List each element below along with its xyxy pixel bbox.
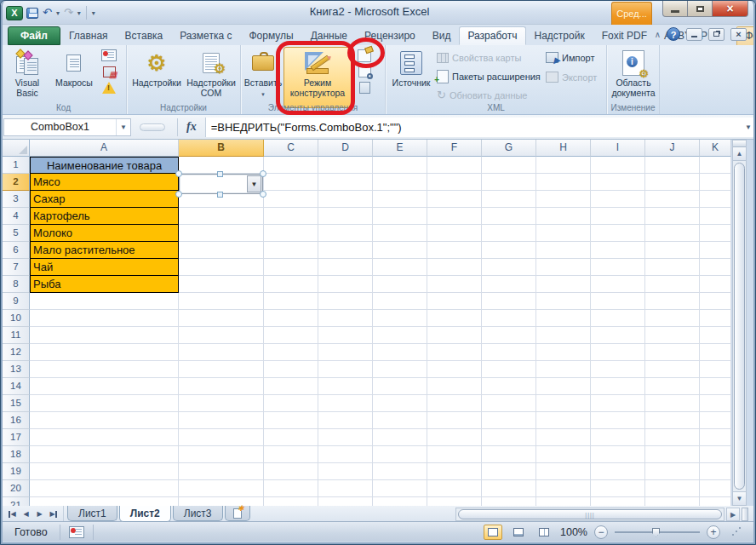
cell-I1[interactable] (591, 157, 645, 174)
cell-K8[interactable] (700, 276, 731, 293)
zoom-level-label[interactable]: 100% (560, 526, 587, 538)
column-header-E[interactable]: E (373, 140, 427, 157)
close-button[interactable]: × (713, 1, 748, 17)
cell-F17[interactable] (427, 429, 482, 446)
cell-F21[interactable] (427, 497, 482, 506)
cell-E21[interactable] (373, 497, 427, 506)
cell-G1[interactable] (482, 157, 536, 174)
sheet-tab-1[interactable]: Лист2 (119, 506, 171, 522)
cell-E19[interactable] (373, 463, 427, 480)
insert-worksheet-button[interactable]: ✱ (225, 506, 250, 521)
ribbon-tab-1[interactable]: Главная (60, 26, 117, 45)
cell-H4[interactable] (536, 208, 591, 225)
column-header-D[interactable]: D (318, 140, 373, 157)
cell-J16[interactable] (645, 412, 700, 429)
import-button[interactable]: ▶ Импорт (546, 49, 597, 66)
cell-J6[interactable] (645, 242, 700, 259)
cell-C19[interactable] (264, 463, 318, 480)
cell-B19[interactable] (179, 463, 264, 480)
scroll-down-icon[interactable]: ▼ (733, 491, 746, 505)
cell-J14[interactable] (645, 378, 700, 395)
cell-D16[interactable] (318, 412, 373, 429)
row-header-12[interactable]: 12 (3, 344, 30, 361)
cell-H19[interactable] (536, 463, 591, 480)
cell-K5[interactable] (700, 225, 731, 242)
cell-E9[interactable] (373, 293, 427, 310)
page-layout-view-button[interactable] (509, 525, 528, 540)
cell-C5[interactable] (264, 225, 318, 242)
cell-I10[interactable] (591, 310, 645, 327)
cell-I16[interactable] (591, 412, 645, 429)
cell-E4[interactable] (373, 208, 427, 225)
macro-record-icon[interactable] (69, 526, 84, 538)
cell-A12[interactable] (30, 344, 179, 361)
run-dialog-icon[interactable] (357, 81, 372, 95)
cell-D17[interactable] (318, 429, 373, 446)
cell-D7[interactable] (318, 259, 373, 276)
cell-H20[interactable] (536, 480, 591, 497)
selection-handle-bottom-right[interactable] (260, 191, 266, 198)
cell-K19[interactable] (700, 463, 731, 480)
cell-C13[interactable] (264, 361, 318, 378)
cell-D2[interactable] (318, 174, 373, 191)
cell-E15[interactable] (373, 395, 427, 412)
cell-B14[interactable] (179, 378, 264, 395)
last-sheet-icon[interactable]: ▶ (47, 508, 60, 520)
cell-D9[interactable] (318, 293, 373, 310)
cell-H12[interactable] (536, 344, 591, 361)
cell-I21[interactable] (591, 497, 645, 506)
cell-H1[interactable] (536, 157, 591, 174)
cell-E1[interactable] (373, 157, 427, 174)
cell-C15[interactable] (264, 395, 318, 412)
cell-J3[interactable] (645, 191, 700, 208)
cell-G20[interactable] (482, 480, 536, 497)
cell-A10[interactable] (30, 310, 179, 327)
cell-E2[interactable] (373, 174, 427, 191)
cell-K18[interactable] (700, 446, 731, 463)
sheet-tab-2[interactable]: Лист3 (173, 506, 223, 521)
cell-I8[interactable] (591, 276, 645, 293)
cell-J7[interactable] (645, 259, 700, 276)
cell-I5[interactable] (591, 225, 645, 242)
cell-F5[interactable] (427, 225, 482, 242)
cell-K10[interactable] (700, 310, 731, 327)
horizontal-scrollbar[interactable]: |||| (455, 508, 724, 521)
cell-E20[interactable] (373, 480, 427, 497)
cell-I12[interactable] (591, 344, 645, 361)
column-header-A[interactable]: A (30, 140, 179, 157)
column-header-I[interactable]: I (591, 140, 645, 157)
record-macro-icon[interactable] (101, 49, 117, 62)
row-header-18[interactable]: 18 (3, 446, 30, 463)
cell-F8[interactable] (427, 276, 482, 293)
cell-G5[interactable] (482, 225, 536, 242)
cell-F11[interactable] (427, 327, 482, 344)
cell-K1[interactable] (700, 157, 731, 174)
cell-G6[interactable] (482, 242, 536, 259)
ribbon-tab-9[interactable]: Надстройк (526, 26, 593, 45)
row-header-1[interactable]: 1 (3, 157, 30, 174)
cell-K15[interactable] (700, 395, 731, 412)
cell-I4[interactable] (591, 208, 645, 225)
cell-C20[interactable] (264, 480, 318, 497)
row-header-16[interactable]: 16 (3, 412, 30, 429)
row-header-4[interactable]: 4 (3, 208, 30, 225)
cell-E12[interactable] (373, 344, 427, 361)
cell-A7[interactable]: Чай (30, 259, 179, 276)
cell-G4[interactable] (482, 208, 536, 225)
excel-logo-icon[interactable]: X (6, 6, 23, 20)
combobox-dropdown-icon[interactable]: ▼ (247, 175, 261, 192)
page-break-view-button[interactable] (535, 525, 553, 540)
name-box-dropdown-icon[interactable]: ▼ (116, 119, 130, 135)
cell-D14[interactable] (318, 378, 373, 395)
cell-B4[interactable] (179, 208, 264, 225)
cell-E16[interactable] (373, 412, 427, 429)
cell-A13[interactable] (30, 361, 179, 378)
cell-B16[interactable] (179, 412, 264, 429)
ribbon-tab-0[interactable]: Файл (8, 26, 60, 45)
cell-F10[interactable] (427, 310, 482, 327)
zoom-slider[interactable] (615, 525, 700, 539)
column-header-H[interactable]: H (536, 140, 591, 157)
cell-A21[interactable] (30, 497, 179, 506)
cell-E10[interactable] (373, 310, 427, 327)
undo-dropdown-icon[interactable]: ▾ (56, 9, 60, 17)
